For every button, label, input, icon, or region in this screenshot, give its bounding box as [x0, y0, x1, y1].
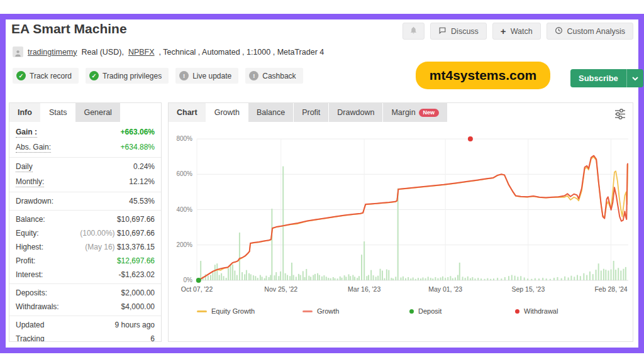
tab-stats[interactable]: Stats	[41, 103, 75, 122]
tab-label: Balance	[257, 108, 285, 117]
chevron-down-icon[interactable]	[626, 69, 643, 87]
stat-value-wrap: 45.53%	[129, 197, 155, 206]
stat-label: Drawdown:	[16, 197, 53, 206]
legend-withdrawal[interactable]: Withdrawal	[515, 307, 622, 315]
stat-label[interactable]: Daily	[16, 162, 33, 172]
tab-label: Drawdown	[337, 108, 374, 117]
broker-link[interactable]: NPBFX	[128, 48, 155, 57]
stat-label[interactable]: Monthly:	[16, 177, 44, 187]
discuss-button[interactable]: Discuss	[430, 23, 487, 40]
stat-label[interactable]: Gain :	[16, 128, 37, 138]
dot-swatch-icon	[515, 309, 519, 314]
stat-row-interest: Interest:-$1,623.02	[9, 268, 161, 282]
tab-growth[interactable]: Growth	[206, 103, 248, 122]
stats-tabbar: InfoStatsGeneral	[9, 103, 161, 122]
group-separator	[9, 157, 161, 158]
svg-text:0%: 0%	[184, 277, 193, 283]
stat-label[interactable]: Abs. Gain:	[16, 143, 51, 153]
stat-value: $10,697.66	[117, 215, 155, 224]
legend-label: Withdrawal	[524, 307, 558, 315]
chart-tabbar: ChartGrowthBalanceProfitDrawdownMarginNe…	[169, 103, 633, 122]
tab-label: Chart	[177, 108, 197, 117]
custom-analysis-label: Custom Analysis	[567, 27, 625, 36]
info-icon: !	[249, 71, 258, 80]
subscribe-button[interactable]: Subscribe	[570, 69, 643, 87]
chart-legend: Equity GrowthGrowthDepositWithdrawal	[197, 307, 622, 315]
badge-trading-privileges: ✓Trading privileges	[86, 68, 169, 84]
watch-button[interactable]: + Watch	[492, 23, 541, 40]
badge-label: Trading privileges	[103, 72, 162, 80]
stats-panel: InfoStatsGeneral Gain :+663.06%Abs. Gain…	[9, 102, 162, 342]
growth-chart[interactable]: 0%200%400%600%800%Oct 07, '22Nov 25, '22…	[169, 122, 633, 304]
ad-banner[interactable]: mt4systems.com	[416, 62, 550, 89]
tab-label: Profit	[302, 108, 320, 117]
stat-value-wrap: +663.06%	[121, 128, 155, 136]
stat-row-profit: Profit:$12,697.66	[9, 254, 161, 268]
svg-text:Feb 28, '24: Feb 28, '24	[594, 285, 627, 293]
group-separator	[9, 283, 161, 284]
stat-value: $12,697.66	[117, 256, 155, 265]
account-meta-post: , Technical , Automated , 1:1000 , MetaT…	[159, 48, 325, 57]
check-icon: ✓	[16, 71, 26, 80]
badge-label: Live update	[192, 72, 231, 80]
tab-profit[interactable]: Profit	[294, 103, 328, 122]
series-equity-growth	[199, 157, 628, 280]
stat-row-abs-gain: Abs. Gain:+634.88%	[9, 140, 161, 155]
legend-label: Growth	[317, 307, 339, 315]
custom-analysis-button[interactable]: Custom Analysis	[547, 23, 633, 40]
tab-general[interactable]: General	[75, 103, 119, 122]
stat-label: Balance:	[16, 215, 45, 224]
tab-label: Growth	[214, 108, 240, 117]
tab-info[interactable]: Info	[9, 103, 40, 122]
plus-icon: +	[501, 26, 506, 36]
deposit-marker-dot	[196, 278, 201, 283]
watch-label: Watch	[511, 27, 533, 36]
new-badge: New	[419, 109, 440, 117]
stat-value-wrap: (May 16) $13,376.15	[85, 243, 155, 251]
stat-row-deposits: Deposits:$2,000.00	[9, 286, 161, 300]
svg-text:Mar 16, '23: Mar 16, '23	[348, 285, 380, 293]
stat-value: +634.88%	[121, 143, 155, 151]
stat-row-monthly: Monthly:12.12%	[9, 175, 161, 190]
speech-bubble-icon	[438, 26, 447, 36]
tab-label: Info	[18, 108, 32, 117]
tab-label: Stats	[49, 108, 67, 117]
tab-margin[interactable]: MarginNew	[383, 103, 447, 122]
info-icon: !	[179, 71, 189, 80]
svg-text:600%: 600%	[176, 170, 192, 177]
tab-balance[interactable]: Balance	[248, 103, 293, 122]
withdrawal-marker-dot	[468, 136, 473, 141]
svg-text:200%: 200%	[176, 241, 192, 248]
legend-growth[interactable]: Growth	[303, 307, 409, 315]
stat-value: +663.06%	[121, 128, 155, 136]
stat-value-wrap: $4,000.00	[121, 302, 155, 311]
stat-row-balance: Balance:$10,697.66	[9, 212, 161, 226]
stat-value: 0.24%	[133, 162, 155, 171]
user-name-link[interactable]: tradingtimemy	[28, 48, 77, 57]
tab-chart[interactable]: Chart	[169, 103, 206, 122]
growth-chart-canvas: 0%200%400%600%800%Oct 07, '22Nov 25, '22…	[169, 122, 633, 304]
stat-value: $2,000.00	[121, 288, 155, 297]
stat-row-drawdown: Drawdown:45.53%	[9, 194, 161, 208]
badge-cashback: !Cashback	[245, 68, 303, 84]
stat-note: (100.00%)	[80, 229, 117, 238]
stat-label: Tracking	[16, 334, 45, 342]
stat-row-withdrawals: Withdrawals:$4,000.00	[9, 300, 161, 314]
svg-text:Oct 07, '22: Oct 07, '22	[181, 285, 213, 293]
discuss-label: Discuss	[451, 27, 479, 36]
legend-deposit[interactable]: Deposit	[409, 307, 515, 315]
page-content: EA Smart Machine Discuss + Watch Custom …	[6, 19, 638, 348]
stat-label: Deposits:	[16, 288, 47, 297]
stat-value: 12.12%	[129, 177, 155, 186]
legend-label: Deposit	[418, 307, 441, 315]
legend-equity-growth[interactable]: Equity Growth	[197, 307, 303, 315]
notifications-button[interactable]	[402, 23, 425, 40]
stat-value-wrap: 12.12%	[129, 177, 155, 186]
dot-swatch-icon	[409, 309, 414, 314]
account-meta-pre: Real (USD),	[82, 48, 124, 57]
group-separator	[9, 315, 161, 316]
subscribe-label: Subscribe	[570, 69, 626, 87]
filter-sliders-icon[interactable]	[614, 108, 626, 122]
stat-value-wrap: (100.00%) $10,697.66	[80, 229, 155, 238]
tab-drawdown[interactable]: Drawdown	[329, 103, 382, 122]
